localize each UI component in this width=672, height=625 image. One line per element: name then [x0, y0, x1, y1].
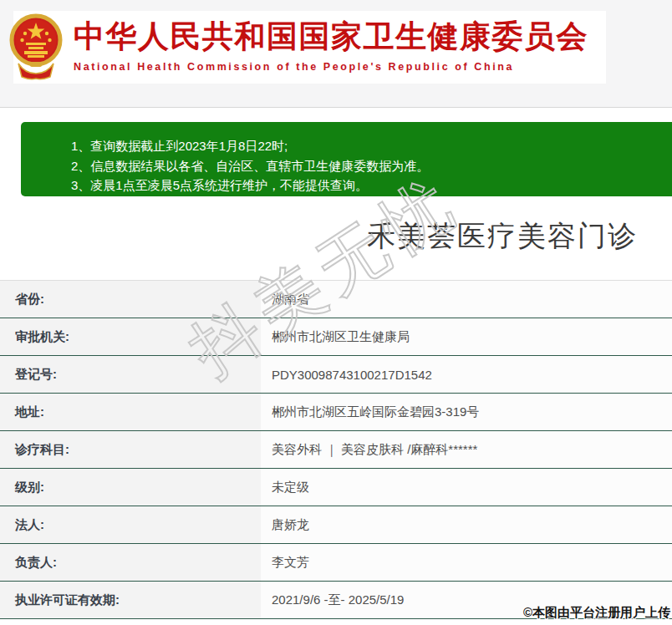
- row-label: 负责人:: [0, 544, 261, 581]
- header-titles: 中华人民共和国国家卫生健康委员会 National Health Commiss…: [74, 16, 588, 73]
- row-value: 未定级: [261, 469, 672, 506]
- table-row-address: 地址: 郴州市北湖区五岭国际金碧园3-319号: [0, 394, 672, 431]
- table-row-approval-authority: 审批机关: 郴州市北湖区卫生健康局: [0, 318, 672, 356]
- nhc-banner: 中华人民共和国国家卫生健康委员会 National Health Commiss…: [13, 11, 606, 84]
- table-row-clinical-departments: 诊疗科目: 美容外科 ｜ 美容皮肤科 /麻醉科******: [0, 431, 672, 469]
- notice-line-3: 3、凌晨1点至凌晨5点系统进行维护，不能提供查询。: [71, 175, 672, 196]
- institution-name-title: 禾美荟医疗美容门诊: [367, 217, 638, 256]
- query-notice-box: 1、查询数据截止到2023年1月8日22时; 2、信息数据结果以各省、自治区、直…: [21, 122, 672, 196]
- row-value: 李文芳: [261, 544, 672, 581]
- table-row-legal-person: 法人: 唐娇龙: [0, 506, 672, 544]
- row-value: 唐娇龙: [261, 506, 672, 543]
- table-row-registration-number: 登记号: PDY30098743100217D1542: [0, 356, 672, 394]
- table-row-level: 级别: 未定级: [0, 469, 672, 506]
- notice-line-2: 2、信息数据结果以各省、自治区、直辖市卫生健康委数据为准。: [71, 156, 672, 176]
- nhc-title-cn: 中华人民共和国国家卫生健康委员会: [74, 16, 588, 58]
- row-label: 执业许可证有效期:: [0, 582, 261, 618]
- notice-line-1: 1、查询数据截止到2023年1月8日22时;: [71, 136, 672, 156]
- row-label: 诊疗科目:: [0, 431, 261, 468]
- row-value: PDY30098743100217D1542: [261, 356, 672, 393]
- table-row-person-in-charge: 负责人: 李文芳: [0, 544, 672, 582]
- row-label: 法人:: [0, 506, 261, 543]
- row-label: 级别:: [0, 469, 261, 506]
- institution-detail-table: 省份: 湖南省 审批机关: 郴州市北湖区卫生健康局 登记号: PDY300987…: [0, 280, 672, 619]
- row-value: 郴州市北湖区卫生健康局: [261, 318, 672, 355]
- row-value: 美容外科 ｜ 美容皮肤科 /麻醉科******: [261, 431, 672, 468]
- row-value: 郴州市北湖区五岭国际金碧园3-319号: [261, 394, 672, 430]
- row-label: 登记号:: [0, 356, 261, 393]
- nhc-title-en: National Health Commission of the People…: [74, 61, 588, 73]
- row-label: 审批机关:: [0, 318, 261, 355]
- row-label: 地址:: [0, 394, 261, 430]
- header-band: 中华人民共和国国家卫生健康委员会 National Health Commiss…: [0, 0, 672, 108]
- china-national-emblem-icon: [8, 12, 64, 82]
- row-label: 省份:: [0, 281, 261, 318]
- upload-copyright-stamp: ©本图由平台注册用户上传: [523, 605, 670, 621]
- table-row-province: 省份: 湖南省: [0, 281, 672, 318]
- license-query-result-page: 中华人民共和国国家卫生健康委员会 National Health Commiss…: [0, 0, 672, 625]
- row-value: 湖南省: [261, 281, 672, 318]
